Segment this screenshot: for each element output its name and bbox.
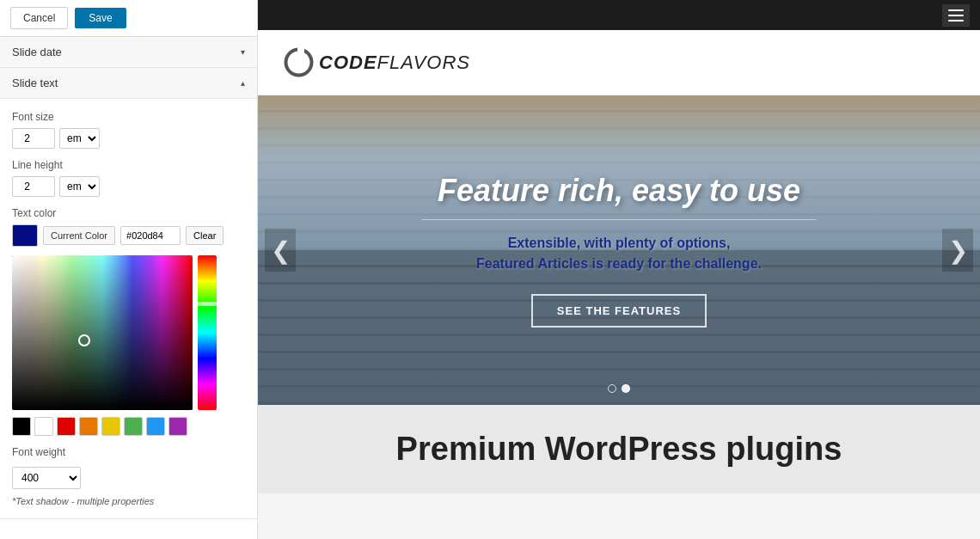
slider-cta-button[interactable]: SEE THE FEATURES bbox=[531, 294, 707, 328]
slide-date-label: Slide date bbox=[12, 46, 62, 58]
font-size-input[interactable] bbox=[12, 128, 55, 149]
left-panel: Cancel Save Slide date ▾ Slide text ▴ Fo… bbox=[0, 0, 258, 539]
slide-text-section-header[interactable]: Slide text ▴ bbox=[0, 68, 257, 99]
font-weight-label: Font weight bbox=[12, 446, 245, 458]
preset-color-orange[interactable] bbox=[79, 417, 98, 436]
slider-divider bbox=[421, 219, 817, 220]
line-height-group: em px % bbox=[12, 176, 245, 197]
hue-handle bbox=[198, 302, 217, 306]
slider-dots bbox=[608, 384, 630, 393]
slide-text-arrow: ▴ bbox=[241, 78, 245, 88]
logo-text: CODEFLAVORS bbox=[319, 52, 470, 74]
preset-color-green[interactable] bbox=[124, 417, 143, 436]
color-picker-wrapper bbox=[12, 255, 245, 410]
color-swatch[interactable] bbox=[12, 224, 38, 247]
panel-scroll: Slide date ▾ Slide text ▴ Font size em p… bbox=[0, 37, 257, 539]
preset-color-yellow[interactable] bbox=[101, 417, 120, 436]
preset-color-red[interactable] bbox=[57, 417, 76, 436]
font-size-unit-select[interactable]: em px % bbox=[59, 128, 100, 149]
line-height-unit-select[interactable]: em px % bbox=[59, 176, 100, 197]
slider-title: Feature rich, easy to use bbox=[438, 173, 800, 209]
preset-color-black[interactable] bbox=[12, 417, 31, 436]
slider-content: Feature rich, easy to use Extensible, wi… bbox=[258, 95, 980, 405]
preset-colors bbox=[12, 417, 245, 436]
logo-italic: FLAVORS bbox=[377, 52, 470, 73]
slide-text-content: Font size em px % Line height em px % bbox=[0, 99, 257, 519]
slider-container: Feature rich, easy to use Extensible, wi… bbox=[258, 95, 980, 405]
color-spectrum[interactable] bbox=[12, 255, 193, 410]
hue-slider[interactable] bbox=[198, 255, 217, 410]
preset-color-blue[interactable] bbox=[146, 417, 165, 436]
font-size-label: Font size bbox=[12, 111, 245, 123]
color-row: Current Color Clear bbox=[12, 224, 245, 247]
logo-container: CODEFLAVORS bbox=[284, 47, 470, 77]
site-bottom: Premium WordPress plugins bbox=[258, 405, 980, 493]
logo-bold: CODE bbox=[319, 52, 377, 73]
preset-color-white[interactable] bbox=[34, 417, 53, 436]
slide-date-arrow: ▾ bbox=[241, 47, 245, 57]
current-color-button[interactable]: Current Color bbox=[43, 226, 115, 245]
spectrum-canvas[interactable] bbox=[12, 255, 193, 410]
dot-1[interactable] bbox=[608, 384, 616, 393]
clear-button[interactable]: Clear bbox=[186, 226, 224, 245]
save-button[interactable]: Save bbox=[75, 8, 126, 28]
text-color-label: Text color bbox=[12, 207, 245, 219]
preset-color-purple[interactable] bbox=[168, 417, 187, 436]
slider-arrow-left[interactable]: ❮ bbox=[265, 229, 296, 272]
right-top-bar bbox=[258, 0, 980, 30]
slider-subtitle-2: Featured Articles is ready for the chall… bbox=[476, 256, 762, 272]
slider-arrow-right[interactable]: ❯ bbox=[942, 229, 973, 272]
dot-2[interactable] bbox=[622, 384, 630, 393]
site-content: CODEFLAVORS Feature rich, easy to use Ex… bbox=[258, 30, 980, 493]
color-hex-input[interactable] bbox=[120, 226, 181, 245]
hamburger-line-3 bbox=[948, 20, 964, 21]
site-header: CODEFLAVORS bbox=[258, 30, 980, 95]
top-bar: Cancel Save bbox=[0, 0, 257, 37]
hamburger-button[interactable] bbox=[942, 4, 970, 27]
line-height-input[interactable] bbox=[12, 176, 55, 197]
svg-rect-1 bbox=[297, 47, 304, 54]
right-panel: CODEFLAVORS Feature rich, easy to use Ex… bbox=[258, 0, 980, 539]
logo-icon bbox=[284, 47, 314, 77]
font-weight-row: 100 200 300 400 500 600 700 800 900 bbox=[12, 467, 245, 489]
hamburger-line-2 bbox=[948, 15, 964, 16]
text-shadow-note: *Text shadow - multiple properties bbox=[12, 496, 245, 506]
bottom-title: Premium WordPress plugins bbox=[284, 431, 954, 468]
slider-subtitle-1: Extensible, with plenty of options, bbox=[508, 236, 731, 251]
slide-date-section-header[interactable]: Slide date ▾ bbox=[0, 37, 257, 68]
hamburger-line-1 bbox=[948, 9, 964, 11]
cancel-button[interactable]: Cancel bbox=[10, 7, 68, 29]
font-weight-select[interactable]: 100 200 300 400 500 600 700 800 900 bbox=[12, 467, 81, 489]
line-height-label: Line height bbox=[12, 159, 245, 171]
font-size-group: em px % bbox=[12, 128, 245, 149]
slide-text-label: Slide text bbox=[12, 77, 58, 89]
